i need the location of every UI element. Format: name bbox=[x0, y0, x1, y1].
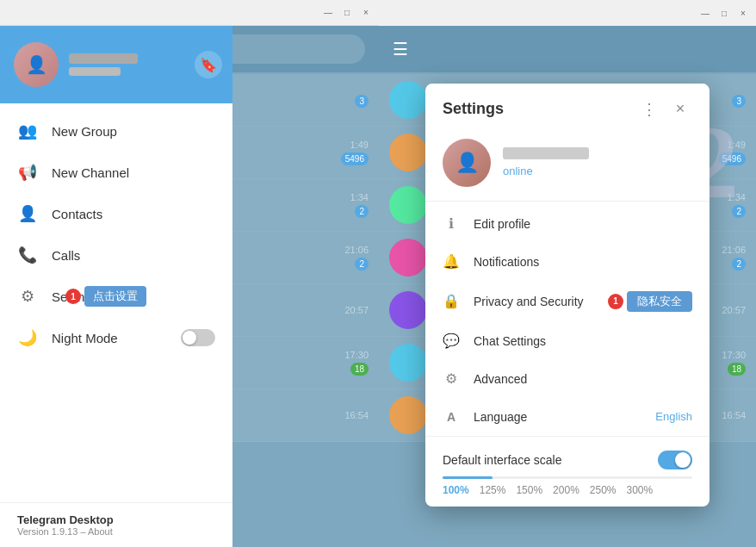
chat-meta: 17:30 18 bbox=[722, 350, 746, 376]
sidebar-menu: 👥 New Group 📢 New Channel 👤 Contacts 📞 C… bbox=[0, 103, 232, 502]
scale-option[interactable]: 125% bbox=[480, 484, 506, 496]
modal-username bbox=[503, 147, 589, 159]
left-window: — □ × ☰ — code to anyone, eve... 3 bbox=[0, 0, 379, 547]
sidebar-item-label: Calls bbox=[52, 248, 80, 263]
settings-item-label: Notifications bbox=[474, 255, 692, 269]
chat-meta: 3 bbox=[355, 92, 369, 108]
settings-item-chat-settings[interactable]: 💬 Chat Settings bbox=[425, 322, 710, 360]
scale-section: Default interface scale 100% 125% 150% 2… bbox=[425, 440, 710, 507]
scale-option[interactable]: 100% bbox=[443, 484, 469, 496]
chat-time: 21:06 bbox=[344, 245, 369, 255]
chat-badge: 18 bbox=[728, 363, 746, 376]
sidebar-item-new-channel[interactable]: 📢 New Channel bbox=[0, 152, 232, 193]
app-version: Version 1.9.13 – About bbox=[17, 526, 215, 537]
bookmark-button[interactable]: 🔖 bbox=[195, 51, 222, 78]
notifications-icon: 🔔 bbox=[443, 253, 460, 270]
scale-option[interactable]: 150% bbox=[516, 484, 542, 496]
scale-label: Default interface scale bbox=[443, 453, 562, 467]
minimize-button[interactable]: — bbox=[322, 7, 334, 19]
chat-meta: 3 bbox=[732, 92, 746, 108]
chat-time: 1:34 bbox=[350, 192, 369, 202]
user-avatar[interactable]: 👤 bbox=[14, 42, 59, 87]
chat-meta: 21:06 2 bbox=[722, 245, 746, 270]
avatar bbox=[389, 134, 427, 171]
sidebar-item-night-mode[interactable]: 🌙 Night Mode bbox=[0, 317, 232, 358]
sidebar-item-settings[interactable]: ⚙ Settings 1 点击设置 bbox=[0, 276, 232, 317]
close-button[interactable]: × bbox=[360, 7, 372, 19]
settings-item-edit-profile[interactable]: ℹ Edit profile bbox=[425, 205, 710, 243]
chat-badge: 5496 bbox=[341, 152, 369, 165]
chat-badge: 2 bbox=[732, 205, 746, 218]
avatar bbox=[389, 239, 427, 277]
settings-item-label: Advanced bbox=[474, 372, 692, 386]
chat-time: 21:06 bbox=[722, 245, 746, 255]
username-bar bbox=[69, 53, 138, 64]
sidebar-item-label: Night Mode bbox=[52, 331, 118, 345]
chat-time: 20:57 bbox=[722, 305, 746, 315]
settings-item-advanced[interactable]: ⚙ Advanced bbox=[425, 360, 710, 398]
sidebar-footer: Telegram Desktop Version 1.9.13 – About bbox=[0, 502, 232, 547]
right-window: — □ × ☰ — code to anyone, eve... 3 bbox=[379, 0, 756, 547]
night-mode-toggle[interactable] bbox=[181, 329, 215, 346]
settings-tooltip: 点击设置 bbox=[84, 286, 146, 307]
chat-badge: 2 bbox=[355, 205, 369, 218]
sidebar: 👤 🔖 👥 New Group 📢 New Channel 👤 Contacts bbox=[0, 26, 232, 547]
privacy-tooltip: 隐私安全 bbox=[627, 291, 692, 312]
chat-time: 1:34 bbox=[728, 192, 746, 202]
avatar bbox=[389, 291, 427, 329]
avatar bbox=[389, 81, 427, 119]
settings-item-language[interactable]: A Language English bbox=[425, 398, 710, 436]
modal-user-info: online bbox=[503, 147, 589, 177]
chat-meta: 16:54 bbox=[722, 410, 746, 420]
chat-time: 16:54 bbox=[722, 410, 746, 420]
chat-time: 16:54 bbox=[344, 410, 369, 420]
language-value: English bbox=[655, 410, 692, 423]
scale-toggle[interactable] bbox=[658, 451, 692, 469]
chat-badge: 3 bbox=[355, 95, 369, 108]
modal-title: Settings bbox=[443, 100, 504, 118]
chat-badge: 2 bbox=[355, 258, 369, 270]
privacy-badge: 1 bbox=[608, 294, 623, 309]
right-maximize-button[interactable]: □ bbox=[718, 7, 730, 19]
right-titlebar: — □ × bbox=[379, 0, 756, 26]
right-hamburger-icon[interactable]: ☰ bbox=[393, 39, 408, 59]
chat-time: 1:49 bbox=[718, 140, 746, 150]
sidebar-header: 👤 🔖 bbox=[0, 26, 232, 103]
settings-item-label: Privacy and Security bbox=[474, 295, 594, 308]
right-minimize-button[interactable]: — bbox=[699, 7, 711, 19]
scale-option[interactable]: 200% bbox=[553, 484, 579, 496]
chat-meta: 21:06 2 bbox=[344, 245, 369, 270]
maximize-button[interactable]: □ bbox=[341, 7, 353, 19]
modal-user-avatar[interactable]: 👤 bbox=[443, 139, 491, 187]
language-icon: A bbox=[443, 408, 460, 426]
modal-profile: 👤 online bbox=[425, 132, 710, 201]
chat-meta: 20:57 bbox=[344, 305, 369, 315]
avatar bbox=[389, 344, 427, 382]
chat-meta: 1:34 2 bbox=[350, 192, 369, 218]
left-titlebar: — □ × bbox=[0, 0, 379, 26]
settings-item-privacy-security[interactable]: 🔒 Privacy and Security 1 隐私安全 bbox=[425, 281, 710, 322]
sidebar-item-label: New Group bbox=[52, 124, 117, 139]
settings-item-notifications[interactable]: 🔔 Notifications bbox=[425, 243, 710, 281]
scale-option[interactable]: 300% bbox=[627, 484, 654, 496]
new-channel-icon: 📢 bbox=[17, 162, 38, 183]
sidebar-item-contacts[interactable]: 👤 Contacts bbox=[0, 193, 232, 234]
chat-meta: 17:30 18 bbox=[344, 350, 369, 376]
modal-close-button[interactable]: × bbox=[668, 97, 692, 121]
sidebar-item-new-group[interactable]: 👥 New Group bbox=[0, 110, 232, 152]
right-close-button[interactable]: × bbox=[737, 7, 749, 19]
chat-badge: 3 bbox=[732, 95, 746, 108]
settings-badge: 1 bbox=[65, 289, 81, 304]
scale-option[interactable]: 250% bbox=[590, 484, 617, 496]
modal-dots-button[interactable]: ⋮ bbox=[637, 97, 661, 121]
sidebar-item-calls[interactable]: 📞 Calls bbox=[0, 234, 232, 276]
settings-item-label: Language bbox=[474, 410, 641, 424]
chat-settings-icon: 💬 bbox=[443, 333, 460, 350]
modal-status: online bbox=[503, 165, 589, 177]
settings-icon: ⚙ bbox=[17, 286, 38, 307]
new-group-icon: 👥 bbox=[17, 121, 38, 141]
app-name: Telegram Desktop bbox=[17, 513, 215, 526]
avatar bbox=[389, 186, 427, 224]
right-chat-header: ☰ bbox=[379, 26, 756, 72]
scale-slider[interactable] bbox=[443, 476, 692, 479]
